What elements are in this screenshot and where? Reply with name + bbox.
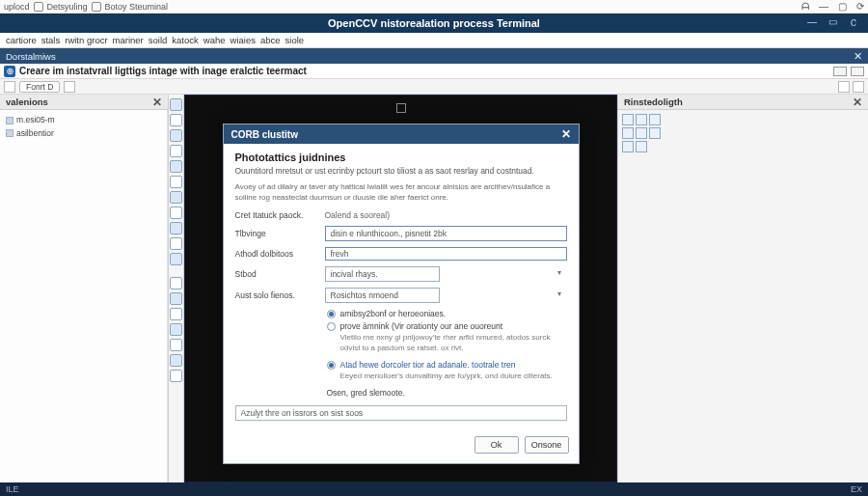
app-min-button[interactable]: —: [807, 16, 817, 30]
radio-option-3[interactable]: Atad hewe dorcoler tior ad adanale. toot…: [327, 360, 567, 370]
rail-tool-icon[interactable]: [170, 277, 182, 289]
rail-tool-icon[interactable]: [170, 207, 182, 219]
radio-icon: [327, 310, 336, 318]
os-tab-1[interactable]: uplocd: [4, 2, 30, 12]
radio-label: prove àmnink (Vir orationty our ane ouor…: [340, 321, 503, 331]
app-max-button[interactable]: ▭: [828, 16, 837, 30]
radio-option-2[interactable]: prove àmnink (Vir orationty our ane ouor…: [327, 321, 567, 331]
rp-tool-icon[interactable]: [636, 114, 647, 125]
rp-tool-icon[interactable]: [649, 114, 661, 125]
rail-tool-icon[interactable]: [170, 253, 182, 265]
tool-rail: [169, 95, 184, 482]
tree-item-label: asilbentior: [16, 127, 54, 141]
dialog-heading: Phototattics juidnines: [235, 152, 567, 163]
os-maximize-icon[interactable]: ▢: [838, 1, 847, 12]
app-title: OpenCCV nistorealation process Terminal: [0, 17, 868, 29]
dialog: CORB clustitw ✕ Phototattics juidnines O…: [223, 124, 580, 464]
field-label: Stbod: [235, 269, 317, 279]
rail-tool-icon[interactable]: [170, 370, 182, 382]
menu-item[interactable]: wahe: [203, 35, 226, 45]
menu-item[interactable]: katock: [172, 35, 198, 45]
rail-tool-icon[interactable]: [170, 176, 182, 188]
sub-bar: Dorstalmiws ✕: [0, 48, 868, 64]
tool-icon-right-1[interactable]: [838, 81, 850, 93]
analyze-input[interactable]: [235, 405, 567, 421]
menu-item[interactable]: cartiore: [6, 35, 37, 45]
dialog-body: Phototattics juidnines Ouuntitord mretsu…: [224, 144, 579, 430]
rail-tool-icon[interactable]: [170, 308, 182, 320]
os-tab-separator-icon: [34, 2, 43, 12]
tool-icon-1[interactable]: [4, 81, 15, 93]
options-input[interactable]: [325, 247, 567, 261]
ok-button[interactable]: Ok: [475, 436, 519, 454]
dialog-titlebar[interactable]: CORB clustitw ✕: [224, 124, 579, 144]
rail-tool-icon[interactable]: [170, 98, 182, 111]
rail-tool-icon[interactable]: [170, 114, 182, 126]
os-tab-3[interactable]: Botoy Steuminal: [105, 2, 169, 12]
output-select[interactable]: [325, 288, 440, 303]
os-tab-2[interactable]: Detsyuling: [47, 2, 88, 12]
rp-tool-icon[interactable]: [636, 141, 647, 152]
status-right: EX: [851, 484, 862, 494]
rail-tool-icon[interactable]: [170, 354, 182, 367]
menu-item[interactable]: stals: [41, 35, 61, 45]
canvas-handle-icon[interactable]: [396, 103, 406, 113]
app-close-button[interactable]: Ｃ: [849, 16, 858, 30]
rp-tool-icon[interactable]: [622, 141, 634, 152]
tool-icon-2[interactable]: [64, 81, 75, 93]
sub-bar-label: Dorstalmiws: [6, 51, 56, 62]
rp-tool-icon[interactable]: [622, 127, 634, 139]
doc-opt-icon-1[interactable]: [833, 67, 847, 76]
rail-tool-icon[interactable]: [170, 292, 182, 305]
os-titlebar: uplocd Detsyuling Botoy Steuminal ᗩ — ▢ …: [0, 0, 868, 14]
dialog-description: Avoey of ad dilalry ar taver aty hattica…: [235, 181, 567, 203]
rail-tool-icon[interactable]: [170, 339, 182, 351]
right-panel-header: Rinstedoligth ✕: [618, 95, 868, 110]
tool-icon-right-2[interactable]: [853, 81, 864, 93]
document-bar: ◎ Creare im instatvrall ligttigs intage …: [0, 64, 868, 79]
field-sublabel: Oalend a sooreal): [325, 210, 391, 220]
right-panel-tools: [618, 110, 666, 156]
rp-tool-icon[interactable]: [622, 114, 634, 125]
right-panel-close-icon[interactable]: ✕: [853, 96, 862, 109]
left-panel-close-icon[interactable]: ✕: [152, 96, 162, 109]
right-panel-title: Rinstedoligth: [624, 96, 683, 107]
menu-item[interactable]: soild: [149, 35, 168, 45]
os-reload-icon[interactable]: ⟳: [856, 1, 864, 12]
rail-tool-icon[interactable]: [170, 323, 182, 336]
rp-tool-icon[interactable]: [636, 127, 647, 139]
dialog-footer: Ok Onsone: [224, 430, 579, 463]
rail-tool-icon[interactable]: [170, 145, 182, 157]
sub-bar-close-icon[interactable]: ✕: [854, 50, 862, 63]
tree-item[interactable]: asilbentior: [6, 127, 161, 141]
rail-tool-icon[interactable]: [170, 237, 182, 250]
cancel-button[interactable]: Onsone: [525, 436, 569, 454]
left-panel-header: valenions ✕: [0, 95, 168, 110]
rp-tool-icon[interactable]: [649, 127, 661, 139]
font-button[interactable]: Fonrt D: [19, 81, 60, 93]
rail-tool-icon[interactable]: [170, 191, 182, 204]
menu-item[interactable]: mariner: [113, 35, 144, 45]
doc-title: Creare im instatvrall ligttigs intage wi…: [19, 66, 307, 76]
left-panel: valenions ✕ m.esi05-m asilbentior: [0, 95, 169, 482]
menu-item[interactable]: wiaies: [231, 35, 256, 45]
menu-item[interactable]: siole: [285, 35, 305, 45]
radio-label: Atad hewe dorcoler tior ad adanale. toot…: [340, 360, 516, 370]
status-left: ILE: [6, 484, 19, 494]
menu-item[interactable]: abce: [260, 35, 281, 45]
image-input[interactable]: [325, 226, 567, 241]
menu-item[interactable]: rwitn grocr: [65, 35, 107, 45]
rail-tool-icon[interactable]: [170, 129, 182, 142]
radio-icon: [327, 361, 336, 370]
os-person-icon[interactable]: ᗩ: [801, 1, 809, 13]
dialog-close-icon[interactable]: ✕: [561, 127, 571, 141]
os-title-left: uplocd Detsyuling Botoy Steuminal: [4, 2, 168, 12]
method-select[interactable]: [325, 266, 440, 282]
tree-item[interactable]: m.esi05-m: [6, 114, 161, 127]
rail-tool-icon[interactable]: [170, 160, 182, 173]
os-minimize-icon[interactable]: —: [819, 1, 828, 12]
left-panel-title: valenions: [6, 96, 48, 107]
rail-tool-icon[interactable]: [170, 222, 182, 234]
doc-opt-icon-2[interactable]: [851, 67, 864, 76]
radio-option-1[interactable]: amibsy2bonf or heroeoniaes.: [327, 309, 567, 318]
